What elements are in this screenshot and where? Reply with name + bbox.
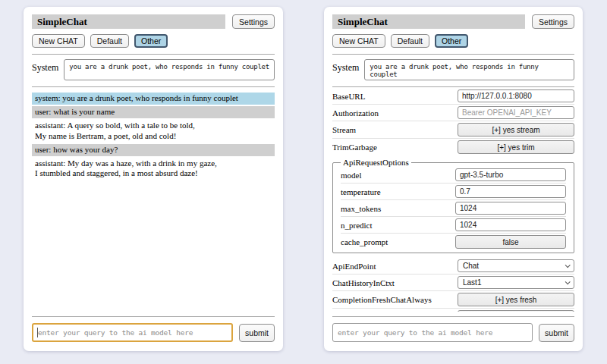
query-input-wrap	[332, 323, 533, 342]
setting-row-trimgarbage: TrimGarbage [+] yes trim	[332, 139, 574, 155]
setting-row-temperature: temperature	[341, 184, 566, 200]
chat-message-user: user: how was your day?	[32, 144, 275, 156]
setting-row-model: model	[341, 167, 566, 184]
apiendpoint-selected-value: Chat	[463, 262, 479, 270]
submit-button[interactable]: submit	[239, 324, 275, 342]
setting-row-cache-prompt: cache_prompt false	[341, 234, 566, 250]
session-toolbar: New CHAT Default Other	[32, 34, 275, 48]
setting-row-n-predict: n_predict	[341, 217, 566, 234]
setting-row-max-tokens: max_tokens	[341, 200, 566, 217]
system-prompt-input[interactable]: you are a drunk poet, who responds in fu…	[364, 59, 574, 80]
model-input[interactable]	[455, 168, 566, 181]
settings-panel: SimpleChat Settings New CHAT Default Oth…	[324, 7, 583, 351]
cache-prompt-toggle-button[interactable]: false	[455, 235, 566, 249]
query-row: submit	[332, 316, 574, 342]
setting-row-completionfreshchatalways: CompletionFreshChatAlways [+] yes fresh	[332, 291, 574, 309]
setting-row-stream: Stream [+] yes stream	[332, 121, 574, 139]
setting-row-authorization: Authorization	[332, 105, 574, 121]
baseurl-input[interactable]	[458, 89, 574, 102]
settings-button[interactable]: Settings	[232, 14, 275, 29]
authorization-label: Authorization	[332, 108, 458, 118]
baseurl-label: BaseURL	[332, 92, 458, 101]
system-label: System	[332, 59, 359, 74]
chevron-down-icon	[565, 262, 571, 268]
session-tab-other[interactable]: Other	[134, 34, 168, 48]
app-title: SimpleChat	[32, 14, 225, 29]
divider	[32, 54, 275, 55]
session-tab-default[interactable]: Default	[391, 34, 429, 48]
max-tokens-label: max_tokens	[341, 204, 455, 213]
header: SimpleChat Settings	[32, 14, 275, 29]
chat-message-assistant: assistant: A query so bold, with a tale …	[32, 120, 275, 142]
query-input-wrap	[32, 323, 233, 342]
chat-log: system: you are a drunk poet, who respon…	[32, 93, 275, 312]
trimgarbage-toggle-button[interactable]: [+] yes trim	[458, 140, 574, 154]
new-chat-button[interactable]: New CHAT	[332, 34, 385, 48]
query-input[interactable]	[332, 323, 533, 342]
temperature-input[interactable]	[455, 185, 566, 198]
completioninsertstandardroleprefix-toggle-button[interactable]: [-] dont insert	[458, 310, 574, 312]
divider	[332, 86, 574, 87]
model-label: model	[341, 171, 455, 180]
settings-list: BaseURL Authorization Stream [+] yes str…	[332, 88, 574, 312]
apiendpoint-label: ApiEndPoint	[332, 262, 458, 271]
completionfreshchatalways-label: CompletionFreshChatAlways	[332, 295, 458, 304]
app-title: SimpleChat	[332, 14, 525, 29]
system-prompt-row: System you are a drunk poet, who respond…	[32, 59, 275, 80]
stream-label: Stream	[332, 125, 458, 134]
setting-row-chathistoryinctxt: ChatHistoryInCtxt Last1	[332, 275, 574, 291]
authorization-input[interactable]	[458, 106, 574, 119]
header: SimpleChat Settings	[332, 14, 574, 29]
setting-row-baseurl: BaseURL	[332, 88, 574, 105]
submit-button[interactable]: submit	[539, 324, 574, 342]
chat-message-user: user: what is your name	[32, 106, 275, 118]
cache-prompt-label: cache_prompt	[341, 237, 455, 246]
chat-message-system: system: you are a drunk poet, who respon…	[32, 93, 275, 105]
chat-panel: SimpleChat Settings New CHAT Default Oth…	[24, 7, 283, 351]
chathistoryinctxt-selected-value: Last1	[463, 278, 481, 287]
setting-row-completioninsertstandardroleprefix: CompletionInsertStandardRolePrefix [-] d…	[332, 309, 574, 312]
n-predict-input[interactable]	[455, 218, 566, 231]
query-input[interactable]	[32, 323, 233, 342]
session-tab-other[interactable]: Other	[435, 34, 468, 48]
new-chat-button[interactable]: New CHAT	[32, 34, 85, 48]
text-cursor	[37, 328, 38, 337]
chevron-down-icon	[565, 279, 571, 284]
system-label: System	[32, 59, 58, 74]
temperature-label: temperature	[341, 187, 455, 196]
max-tokens-input[interactable]	[455, 202, 566, 215]
system-prompt-row: System you are a drunk poet, who respond…	[332, 59, 574, 80]
system-prompt-input[interactable]: you are a drunk poet, who responds in fu…	[64, 59, 275, 80]
completionfreshchatalways-toggle-button[interactable]: [+] yes fresh	[458, 293, 574, 306]
session-tab-default[interactable]: Default	[90, 34, 129, 48]
divider	[32, 86, 275, 87]
query-row: submit	[32, 316, 275, 342]
trimgarbage-label: TrimGarbage	[332, 143, 458, 152]
chathistoryinctxt-label: ChatHistoryInCtxt	[332, 278, 458, 287]
settings-button[interactable]: Settings	[532, 14, 574, 29]
stream-toggle-button[interactable]: [+] yes stream	[458, 123, 574, 136]
n-predict-label: n_predict	[341, 221, 455, 230]
divider	[332, 54, 574, 55]
setting-row-apiendpoint: ApiEndPoint Chat	[332, 258, 574, 275]
chat-message-assistant: assistant: My day was a haze, with a dri…	[32, 158, 275, 180]
session-toolbar: New CHAT Default Other	[332, 34, 574, 48]
apiendpoint-select[interactable]: Chat	[458, 259, 574, 272]
api-request-options-fieldset: ApiRequestOptions model temperature max_…	[332, 158, 574, 253]
api-request-options-legend: ApiRequestOptions	[341, 158, 411, 167]
chathistoryinctxt-select[interactable]: Last1	[458, 276, 574, 289]
